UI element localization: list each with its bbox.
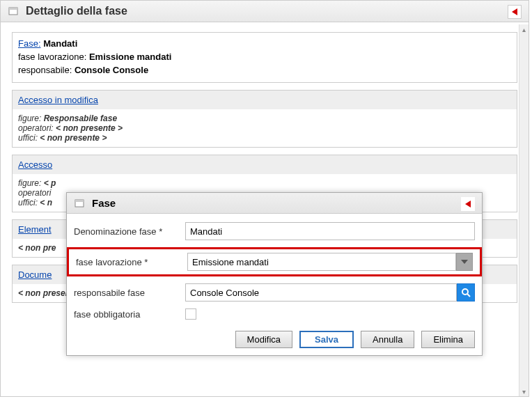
- scroll-down-icon[interactable]: ▾: [519, 386, 529, 396]
- elimina-button[interactable]: Elimina: [421, 331, 475, 348]
- svg-line-8: [467, 294, 470, 297]
- scroll-up-icon[interactable]: ▴: [519, 24, 529, 34]
- lavorazione-modal-label: fase lavorazione *: [76, 257, 187, 267]
- modifica-button[interactable]: Modifica: [235, 331, 292, 348]
- modal-back-button[interactable]: [461, 197, 475, 211]
- documenti-link[interactable]: Docume: [18, 269, 52, 280]
- responsabile-lookup-button[interactable]: [457, 283, 475, 302]
- obbligatoria-checkbox[interactable]: [185, 308, 196, 320]
- figure2-label: figure:: [18, 178, 41, 188]
- denominazione-input[interactable]: [185, 222, 475, 240]
- modal-title-bar: Fase: [67, 193, 482, 214]
- denominazione-row: Denominazione fase *: [74, 222, 475, 240]
- responsabile-label: responsabile:: [18, 65, 72, 75]
- svg-point-7: [462, 289, 468, 295]
- uffici2-value: < n: [40, 198, 52, 208]
- elementi-value: < non pre: [18, 243, 56, 253]
- fase-info-section: Fase: Mandati fase lavorazione: Emission…: [12, 32, 517, 83]
- lavorazione-highlight: fase lavorazione *: [67, 247, 482, 276]
- scrollbar[interactable]: ▴ ▾: [519, 24, 529, 396]
- button-row: Modifica Salva Annulla Elimina: [74, 327, 475, 348]
- lavorazione-row: fase lavorazione *: [73, 253, 476, 271]
- lavorazione-dropdown-button[interactable]: [456, 253, 473, 271]
- figure-label: figure:: [18, 114, 41, 123]
- accesso-lettura-link[interactable]: Accesso: [18, 159, 52, 170]
- obbligatoria-row: fase obbligatoria: [74, 308, 475, 320]
- svg-marker-6: [461, 260, 468, 264]
- operatori2-label: operatori: [18, 188, 51, 198]
- operatori-value: < non presente >: [56, 123, 123, 133]
- svg-marker-2: [512, 8, 517, 15]
- svg-rect-4: [75, 200, 84, 202]
- back-button[interactable]: [508, 5, 522, 19]
- search-icon: [461, 288, 471, 297]
- modal-body: Denominazione fase * fase lavorazione * …: [67, 214, 482, 355]
- accesso-modifica-section: Accesso in modifica figure: Responsabile…: [12, 90, 517, 148]
- uffici-value: < non presente >: [40, 133, 107, 143]
- annulla-button[interactable]: Annulla: [361, 331, 414, 348]
- fase-value: Mandati: [43, 38, 77, 49]
- modal-title: Fase: [92, 197, 116, 209]
- figure2-value: < p: [44, 178, 56, 188]
- window-icon: [8, 6, 19, 17]
- responsabile-modal-label: responsabile fase: [74, 288, 185, 298]
- uffici2-label: uffici:: [18, 198, 38, 208]
- uffici-label: uffici:: [18, 133, 38, 143]
- elementi-link[interactable]: Element: [18, 224, 52, 235]
- main-panel: Dettaglio della fase Fase: Mandati fase …: [0, 0, 529, 397]
- lavorazione-value: Emissione mandati: [89, 52, 171, 62]
- lavorazione-label: fase lavorazione:: [18, 52, 86, 62]
- modal-window-icon: [74, 198, 85, 209]
- svg-rect-1: [9, 8, 17, 10]
- lavorazione-select[interactable]: [187, 253, 456, 271]
- salva-button[interactable]: Salva: [299, 331, 354, 348]
- chevron-down-icon: [461, 260, 468, 264]
- figure-value: Responsabile fase: [44, 114, 117, 123]
- title-bar: Dettaglio della fase: [1, 1, 529, 22]
- denominazione-label: Denominazione fase *: [74, 226, 185, 237]
- fase-modal: Fase Denominazione fase * fase lavorazio…: [66, 192, 483, 356]
- accesso-modifica-link[interactable]: Accesso in modifica: [18, 95, 98, 105]
- responsabile-value: Console Console: [75, 65, 148, 75]
- fase-label-link[interactable]: Fase:: [18, 38, 41, 49]
- operatori-label: operatori:: [18, 123, 54, 133]
- responsabile-input[interactable]: [185, 283, 457, 302]
- obbligatoria-label: fase obbligatoria: [74, 309, 185, 320]
- svg-marker-5: [465, 201, 471, 208]
- page-title: Dettaglio della fase: [26, 5, 127, 17]
- responsabile-row: responsabile fase: [74, 283, 475, 302]
